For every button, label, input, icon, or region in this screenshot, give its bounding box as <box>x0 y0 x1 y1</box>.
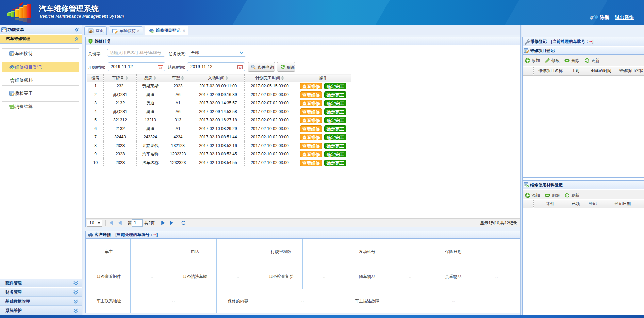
svg-text:12: 12 <box>239 67 242 69</box>
svg-text:12: 12 <box>159 67 162 69</box>
